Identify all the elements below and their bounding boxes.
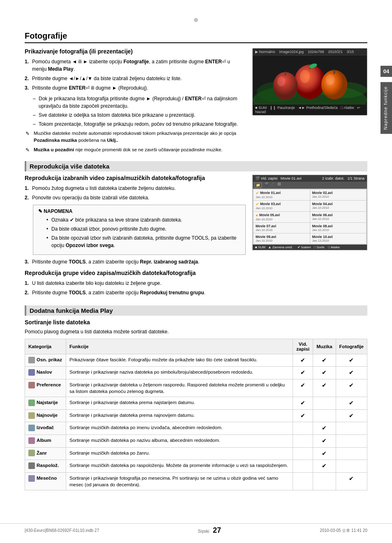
group-step-1-num: 1.: [25, 280, 29, 287]
checkmark: ✔: [322, 369, 327, 376]
repro-step-2-num: 2.: [25, 194, 29, 201]
reprodukcija-two-col: Reprodukcija izabranih video zapisa/muzi…: [25, 175, 367, 300]
photo-screenshot: ▶ Normalno Image1024.jpg 1024x768 2010/2…: [252, 48, 367, 116]
icon-izvodjac: [28, 425, 35, 431]
check-raspoloz-foto: [336, 460, 367, 473]
dash-list-1: Dok je prikazana lista fotografija priti…: [25, 95, 246, 128]
cat-najstarije: Najstarije: [25, 397, 66, 410]
bold-repr: Repr. izabranog sadržaja: [140, 259, 198, 265]
bold-tools2: TOOLS: [69, 290, 85, 296]
fotografije-left: Prikazivanje fotografija (ili prezentaci…: [25, 48, 246, 155]
icon-raspoloz: [28, 462, 35, 469]
sortiranje-intro: Pomoću plavog dugmeta u listi datoteka m…: [25, 329, 367, 335]
th-foto: Fotografije: [336, 339, 367, 354]
svg-point-12: [326, 74, 335, 85]
repro-sub2-title: Reprodukcija grupe video zapisa/muzičkih…: [25, 270, 246, 276]
section-fotografije: Fotografije Prikazivanje fotografija (il…: [25, 31, 367, 155]
section-title-fotografije: Fotografije: [25, 31, 367, 43]
checkmark: ✔: [349, 475, 354, 482]
repro-step-3-num: 3.: [25, 258, 29, 266]
check-izvodjac-muzika: ✔: [313, 422, 336, 435]
check-naslov-muzika: ✔: [313, 367, 336, 379]
th-funkcije: Funkcije: [66, 339, 293, 354]
item-name-6: Movie 06.avi: [312, 213, 333, 217]
napomena-box: NAPOMENA Oznaka ✔ biće prikazana sa leve…: [33, 205, 246, 255]
item-date-3: Jan.10.2010: [256, 206, 308, 210]
repro-step-3: 3. Pritisnite dugme TOOLS, a zatim izabe…: [25, 258, 246, 266]
item-icon-6: Movie 06.avi: [312, 213, 364, 217]
table-row: Najnovije Sortiranje i prikazivanje dato…: [25, 409, 367, 422]
checkmark: ✔: [300, 369, 305, 376]
filelist-type-1: 📁: [254, 183, 262, 188]
napomena-title: NAPOMENA: [38, 208, 240, 214]
desc-mesecno: Sortiranje i prikazivanje fotografija po…: [66, 472, 293, 490]
screenshot-bottom-bar: ■ SUM ❙❙ Pauziranje ◄► Prethodna/Sledeća…: [253, 104, 367, 115]
table-row: Naslov Sortiranje i prikazivanje naziva …: [25, 367, 367, 379]
icon-album: [28, 437, 35, 444]
page-lang: Srpski: [198, 529, 210, 534]
bold-reprodukuj-grupu: Reprodukuj trenutnu grupu: [140, 290, 204, 296]
bold-muzika-pozadini: Muzika u pozadini: [34, 147, 74, 152]
note-1: Muzičke datoteke možete automatski repro…: [25, 130, 246, 144]
checkmark: ✔: [300, 412, 305, 419]
table-row: Izvođač Sortiranje muzičkih datoteka po …: [25, 422, 367, 435]
page-number: 27: [213, 526, 221, 534]
checkmark: ✔: [300, 382, 305, 388]
item-date-9: Jan.10.2010: [256, 239, 308, 243]
bold-enter2: ENTER: [69, 85, 85, 91]
fotografije-two-col: Prikazivanje fotografija (ili prezentaci…: [25, 48, 367, 155]
item-date-4: Jan.10.2010: [312, 206, 364, 210]
list-item: Movie 07.avi Jan.10.2018: [254, 223, 310, 233]
item-icon-7: Movie 07.avi: [256, 224, 308, 228]
page-footer: [430-Eeuro]BN68-02692F-01L10.indb 27 Srp…: [0, 523, 392, 535]
step-2: 2. Pritisnite dugme ◄/►/▲/▼ da biste iza…: [25, 75, 246, 82]
reprodukcija-right: 🎬 Vid. zapisi Movie 01.avi 2 izabr. dato…: [252, 175, 367, 300]
filelist-footer-text: ■ SUM ▲ Zamena uređ. ✔ Izaberi □ Sortir.…: [255, 245, 340, 249]
check-raspoloz-muzika: ✔: [313, 460, 336, 473]
svg-rect-13: [334, 69, 335, 74]
repro-step-1-num: 1.: [25, 185, 29, 192]
icon-mesecno: [28, 475, 35, 482]
napomena-item-3: Da biste opozvali izbor svih izabranih d…: [46, 234, 240, 249]
cat-osn-prikaz: Osn. prikaz: [25, 354, 66, 367]
check-zanr-foto: [336, 447, 367, 460]
svg-point-9: [277, 76, 286, 86]
icon-najstarije: [28, 400, 35, 406]
desc-preference: Sortiranje i prikazivanje datoteka u žel…: [66, 379, 293, 397]
step-1-num: 1.: [25, 58, 29, 65]
filelist-type-3: 🎵: [271, 183, 275, 188]
item-name-3: Movie 03.avi: [260, 202, 281, 206]
item-date-5: Jan.10.2010: [256, 217, 308, 221]
screenshot-top-text: ▶ Normalno Image1024.jpg 1024x768 2010/2…: [255, 50, 354, 54]
table-body: Osn. prikaz Prikazivanje čitave fascikle…: [25, 354, 367, 490]
item-icon-10: Movie 10.avi: [312, 235, 364, 239]
th-muzika: Muzika: [313, 339, 336, 354]
sort-table: Kategorija Funkcije Vid.zapisi Muzika Fo…: [25, 339, 367, 490]
check-najstarije-vid: ✔: [293, 397, 313, 410]
list-item: ✔ Movie 01.avi Jan.10.2010: [254, 189, 310, 200]
filelist-screenshot: 🎬 Vid. zapisi Movie 01.avi 2 izabr. dato…: [252, 175, 367, 250]
desc-zanr: Sortiranje muzičkih datoteka po žanru.: [66, 447, 293, 460]
filelist-footer: ■ SUM ▲ Zamena uređ. ✔ Izaberi □ Sortir.…: [253, 245, 367, 250]
item-name-9: Movie 09.avi: [256, 235, 276, 239]
check-mesecno-muzika: [313, 472, 336, 490]
filelist-header-text: 🎬 Vid. zapisi Movie 01.avi: [255, 176, 301, 180]
napomena-list: Oznaka ✔ biće prikazana sa leve strane i…: [38, 216, 240, 249]
item-name-10: Movie 10.avi: [312, 235, 333, 239]
check-najnovije-vid: ✔: [293, 409, 313, 422]
check-naslov-vid: ✔: [293, 367, 313, 379]
section-dodatna: Dodatna funkcija Media Play Sortiranje l…: [25, 305, 367, 490]
step-3: 3. Pritisnite dugme ENTER⏎ ili dugme ► (…: [25, 84, 246, 92]
checkmark: ✔: [322, 382, 327, 388]
side-tab-label: Napredne funkcije: [380, 82, 392, 134]
top-center-mark: ⊕: [25, 16, 367, 23]
item-icon-4: Movie 04.avi: [312, 202, 364, 206]
check-raspoloz-vid: [293, 460, 313, 473]
list-item: ● Movie 05.avi Jan.10.2010: [254, 212, 310, 222]
filelist-grid: ✔ Movie 01.avi Jan.10.2010 Movie 02.avi …: [253, 189, 367, 245]
item-name-5: Movie 05.avi: [259, 213, 280, 217]
check-album-muzika: ✔: [313, 434, 336, 447]
check-album-vid: [293, 434, 313, 447]
check-izvodjac-foto: [336, 422, 367, 435]
item-name-7: Movie 07.avi: [256, 224, 276, 228]
